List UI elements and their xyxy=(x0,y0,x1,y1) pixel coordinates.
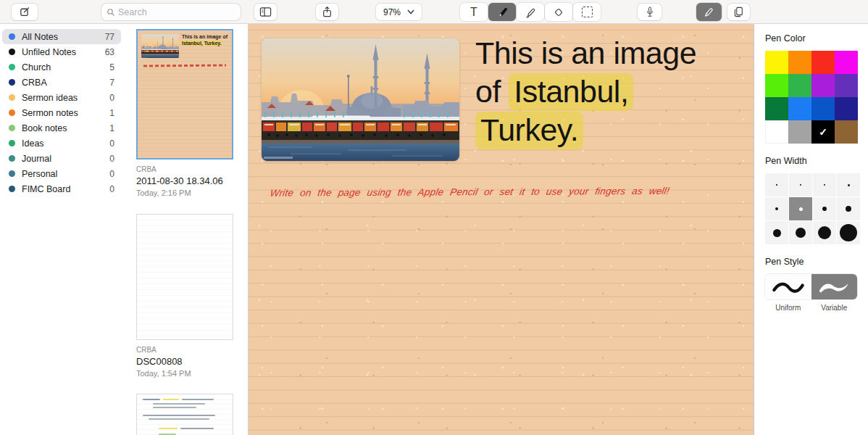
uniform-stroke-icon xyxy=(771,279,806,295)
pen-width-option[interactable] xyxy=(765,197,788,220)
pen-color-swatch[interactable] xyxy=(765,97,788,120)
thumbnail-photo xyxy=(141,34,179,58)
tool-segmented-control: T xyxy=(460,3,601,21)
pen-width-title: Pen Width xyxy=(765,156,868,166)
note-category: CRBA xyxy=(136,346,233,354)
page-text-block[interactable]: This is an image of Istanbul, Turkey. xyxy=(475,34,696,149)
pen-color-grid: ✓ xyxy=(765,51,858,144)
pen-color-swatch[interactable] xyxy=(765,74,788,97)
microphone-icon xyxy=(645,6,655,19)
sidebar-item-church[interactable]: Church5 xyxy=(2,59,121,75)
pen-width-option[interactable] xyxy=(813,221,836,244)
note-page-canvas[interactable]: This is an image of Istanbul, Turkey. Wr… xyxy=(248,24,754,435)
sidebar-item-sermon-ideas[interactable]: Sermon ideas0 xyxy=(2,90,121,105)
subject-color-dot xyxy=(9,170,15,177)
pen-width-option[interactable] xyxy=(813,173,836,196)
note-thumbnail-selected[interactable]: This is an image of Istanbul, Turkey. xyxy=(136,29,233,160)
subject-label: Journal xyxy=(22,154,51,164)
selection-tool-button[interactable] xyxy=(573,3,601,21)
pen-width-option[interactable] xyxy=(789,221,812,244)
record-audio-button[interactable] xyxy=(638,4,662,20)
subject-label: Book notes xyxy=(22,123,67,133)
sidebar-item-unfiled-notes[interactable]: Unfiled Notes63 xyxy=(2,44,121,59)
subject-label: Ideas xyxy=(22,138,44,149)
pen-color-swatch[interactable] xyxy=(835,97,858,120)
note-list: This is an image of Istanbul, Turkey. CR… xyxy=(123,24,248,435)
pen-width-option[interactable] xyxy=(837,221,860,244)
stylus-mode-button[interactable] xyxy=(696,3,722,21)
page-navigator-button[interactable] xyxy=(727,4,750,20)
pen-color-swatch[interactable] xyxy=(811,51,835,74)
subject-color-dot xyxy=(9,155,15,162)
pen-settings-panel: Pen Color ✓ Pen Width Pen Style Unifor xyxy=(754,24,868,435)
pen-color-swatch[interactable] xyxy=(788,120,811,144)
pen-color-swatch[interactable]: ✓ xyxy=(811,120,835,144)
subject-count: 7 xyxy=(109,78,114,88)
text-tool-button[interactable]: T xyxy=(460,3,488,21)
note-category: CRBA xyxy=(136,165,233,173)
selected-check-icon: ✓ xyxy=(819,126,827,138)
sidebar-item-book-notes[interactable]: Book notes1 xyxy=(2,120,121,136)
pen-color-swatch[interactable] xyxy=(788,51,811,74)
pen-width-option[interactable] xyxy=(789,173,812,196)
subject-color-dot xyxy=(9,94,15,101)
subject-label: Sermon ideas xyxy=(22,93,78,103)
sidebar-item-sermon-notes[interactable]: Sermon notes1 xyxy=(2,105,121,120)
sidebar-toggle-icon xyxy=(259,7,272,17)
search-placeholder: Search xyxy=(118,7,147,17)
subject-count: 0 xyxy=(109,154,114,164)
sidebar-item-all-notes[interactable]: All Notes77 xyxy=(2,29,121,44)
note-thumbnail[interactable] xyxy=(136,214,233,340)
pen-color-swatch[interactable] xyxy=(811,97,835,120)
pen-color-swatch[interactable] xyxy=(765,120,788,144)
compose-icon xyxy=(19,6,31,18)
subject-color-dot xyxy=(9,125,15,131)
width-dot xyxy=(846,206,851,212)
sidebar-toggle-button[interactable] xyxy=(254,4,277,20)
handwritten-annotation: Write on the page using the Apple Pencil… xyxy=(269,185,742,198)
pen-color-swatch[interactable] xyxy=(835,74,858,97)
pen-width-option[interactable] xyxy=(765,173,788,196)
subject-label: Sermon notes xyxy=(22,108,78,118)
subject-count: 0 xyxy=(109,93,114,103)
sidebar-item-crba[interactable]: CRBA7 xyxy=(2,75,121,90)
pen-width-option[interactable] xyxy=(837,173,860,196)
note-thumbnail[interactable] xyxy=(136,394,233,435)
pen-width-grid xyxy=(765,173,860,244)
selection-icon xyxy=(582,7,593,17)
pen-width-option[interactable] xyxy=(813,197,836,220)
width-dot xyxy=(840,224,857,241)
sidebar-item-journal[interactable]: Journal0 xyxy=(2,151,121,166)
pen-color-swatch[interactable] xyxy=(811,74,835,97)
pen-color-swatch[interactable] xyxy=(835,120,858,144)
pen-style-variable-button[interactable] xyxy=(811,274,858,299)
notability-window: Search 97% T xyxy=(0,0,868,435)
width-dot xyxy=(796,228,806,238)
eraser-tool-button[interactable] xyxy=(545,3,572,21)
zoom-dropdown[interactable]: 97% xyxy=(376,4,422,20)
pen-width-option[interactable] xyxy=(789,197,812,220)
pen-color-swatch[interactable] xyxy=(788,97,811,120)
pen-color-swatch[interactable] xyxy=(788,74,811,97)
subject-label: Unfiled Notes xyxy=(22,47,76,57)
pen-style-uniform-button[interactable] xyxy=(765,274,811,299)
istanbul-photo[interactable] xyxy=(262,38,459,161)
pen-width-option[interactable] xyxy=(765,221,788,244)
search-input[interactable]: Search xyxy=(101,4,241,20)
subject-count: 1 xyxy=(109,123,114,133)
sidebar-item-fimc-board[interactable]: FIMC Board0 xyxy=(2,181,121,196)
subjects-sidebar: All Notes77Unfiled Notes63Church5CRBA7Se… xyxy=(0,24,123,435)
sidebar-item-personal[interactable]: Personal0 xyxy=(2,166,121,181)
highlighter-tool-button[interactable] xyxy=(517,3,544,21)
pen-style-labels: Uniform Variable xyxy=(765,304,857,312)
pen-width-option[interactable] xyxy=(837,197,860,220)
pen-color-swatch[interactable] xyxy=(835,51,858,74)
variable-stroke-icon xyxy=(817,279,851,295)
new-note-button[interactable] xyxy=(12,4,38,20)
note-title: DSC00808 xyxy=(136,356,233,367)
pen-color-swatch[interactable] xyxy=(765,51,788,74)
sidebar-item-ideas[interactable]: Ideas0 xyxy=(2,136,121,151)
share-button[interactable] xyxy=(316,4,338,20)
pen-tool-button[interactable] xyxy=(488,3,516,21)
subject-count: 63 xyxy=(105,47,114,57)
